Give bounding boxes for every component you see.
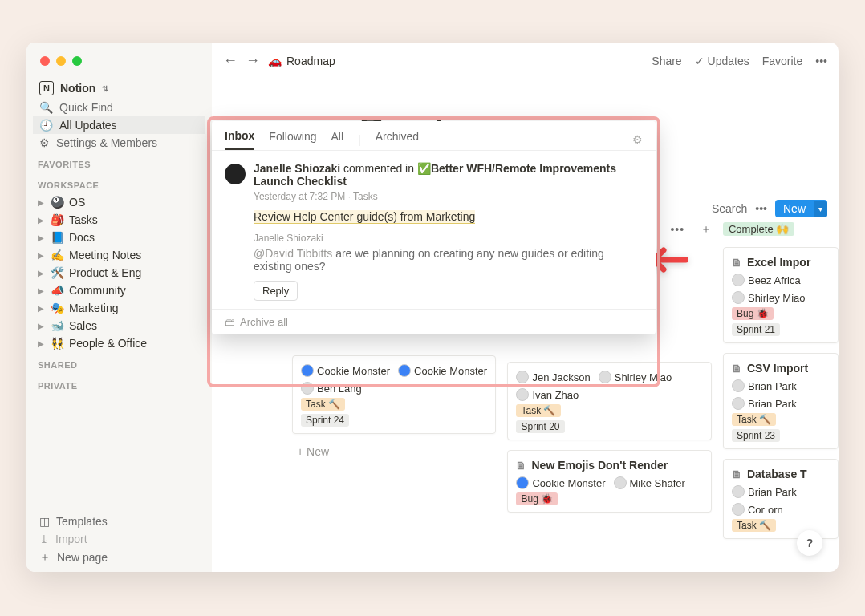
more-icon[interactable]: ••• <box>815 55 827 67</box>
caret-icon: ▶ <box>38 198 46 207</box>
page-emoji: ✍️ <box>51 249 64 261</box>
caret-icon: ▶ <box>38 216 46 225</box>
workspace-name: Notion <box>60 82 95 95</box>
section-private: PRIVATE <box>26 373 212 394</box>
db-search[interactable]: Search <box>712 202 747 215</box>
sidebar-page-meeting-notes[interactable]: ▶✍️Meeting Notes <box>26 246 212 264</box>
board-card[interactable]: Excel Impor Beez Africa Shirley Miao Bug… <box>723 247 839 343</box>
new-page-link[interactable]: ＋New page <box>33 548 205 567</box>
archive-all-label: Archive all <box>240 316 288 328</box>
section-shared: SHARED <box>26 352 212 373</box>
avatar-icon <box>732 274 745 286</box>
page-label: Docs <box>69 231 95 244</box>
sidebar-page-tasks[interactable]: ▶🎒Tasks <box>26 211 212 229</box>
close-window[interactable] <box>40 56 50 66</box>
sidebar-page-os[interactable]: ▶🎱OS <box>26 193 212 211</box>
nav-back[interactable]: ← <box>223 52 238 69</box>
page-emoji: 🛠️ <box>51 266 64 279</box>
assignee: Cookie Monster <box>532 477 605 489</box>
settings-members[interactable]: ⚙︎ Settings & Members <box>33 134 205 152</box>
db-more-icon[interactable]: ••• <box>755 202 767 215</box>
minimize-window[interactable] <box>56 56 66 66</box>
card-title: CSV Import <box>747 362 808 375</box>
page-emoji: 📣 <box>51 284 64 297</box>
quick-find[interactable]: 🔍 Quick Find <box>33 99 205 116</box>
tag: Task 🔨 <box>732 413 776 426</box>
notion-logo-icon: N <box>39 81 54 95</box>
share-button[interactable]: Share <box>652 55 681 67</box>
import-icon: ⤓ <box>39 533 49 545</box>
board-card[interactable]: New Emojis Don't Render Cookie Monster M… <box>507 450 711 513</box>
doc-icon <box>516 459 526 472</box>
notif-action: commented in <box>343 162 414 175</box>
caret-icon: ▶ <box>38 251 46 260</box>
sidebar-page-people-office[interactable]: ▶👯People & Office <box>26 334 212 352</box>
quick-find-label: Quick Find <box>59 101 113 114</box>
card-title: Database T <box>747 468 807 480</box>
notif-author: Janelle Shiozaki <box>254 162 340 175</box>
maximize-window[interactable] <box>72 56 82 66</box>
col-more-icon[interactable]: ••• <box>670 223 684 236</box>
board-col-3: Complete 🙌 Excel Impor Beez Africa Shirl… <box>723 222 839 539</box>
tag: Sprint 24 <box>301 414 349 427</box>
page-emoji: 📘 <box>51 231 64 244</box>
tab-all[interactable]: All <box>331 130 343 149</box>
chevron-down-icon[interactable]: ▾ <box>814 201 827 217</box>
updates-button[interactable]: ✓ Updates <box>695 55 749 67</box>
sidebar-page-marketing[interactable]: ▶🎭Marketing <box>26 299 212 317</box>
notif-link[interactable]: Review Help Center guide(s) from Marketi… <box>254 210 475 224</box>
favorite-button[interactable]: Favorite <box>762 55 803 67</box>
tab-following[interactable]: Following <box>269 130 316 149</box>
reply-button[interactable]: Reply <box>254 281 298 301</box>
notification-item[interactable]: Janelle Shiozaki commented in ✅Better WF… <box>212 151 656 309</box>
col-head-complete[interactable]: Complete 🙌 <box>723 222 839 236</box>
breadcrumb[interactable]: 🚗 Roadmap <box>268 55 335 67</box>
nav-forward[interactable]: → <box>246 52 260 69</box>
gear-icon[interactable]: ⚙︎ <box>632 133 643 146</box>
page-label: Product & Eng <box>69 266 141 279</box>
workspace-pages: ▶🎱OS ▶🎒Tasks ▶📘Docs ▶✍️Meeting Notes ▶🛠️… <box>26 193 212 352</box>
page-label: Marketing <box>69 302 118 314</box>
sidebar-page-community[interactable]: ▶📣Community <box>26 282 212 299</box>
avatar-icon <box>732 379 745 392</box>
sidebar-page-sales[interactable]: ▶🐋Sales <box>26 317 212 334</box>
crumb-emoji: 🚗 <box>268 55 282 67</box>
tag: Sprint 21 <box>732 323 780 336</box>
avatar-icon <box>732 291 745 304</box>
tab-separator: | <box>358 133 361 146</box>
sidebar-page-docs[interactable]: ▶📘Docs <box>26 229 212 246</box>
tab-inbox[interactable]: Inbox <box>225 129 254 150</box>
caret-icon: ▶ <box>38 269 46 278</box>
tab-archived[interactable]: Archived <box>376 130 419 149</box>
board-card[interactable]: Database T Brian Park Cororn Task 🔨 <box>723 459 839 539</box>
mention[interactable]: @David Tibbitts <box>254 247 332 260</box>
assignee: Brian Park <box>748 486 797 498</box>
caret-icon: ▶ <box>38 304 46 313</box>
section-favorites: FAVORITES <box>26 152 212 172</box>
board-card[interactable]: CSV Import Brian Park Brian Park Task 🔨 … <box>723 353 839 449</box>
avatar-icon <box>516 476 529 489</box>
doc-icon <box>732 256 742 269</box>
sidebar-page-product-eng[interactable]: ▶🛠️Product & Eng <box>26 264 212 282</box>
avatar-icon <box>516 388 529 401</box>
assignee: Beez Africa <box>748 274 801 286</box>
plus-icon[interactable]: ＋ <box>701 222 712 237</box>
workspace-switcher[interactable]: N Notion ⇅ <box>33 78 205 99</box>
db-new-button[interactable]: New ▾ <box>775 200 827 217</box>
tag: Task 🔨 <box>301 398 345 411</box>
tag: Bug 🐞 <box>732 307 774 320</box>
archive-all[interactable]: 🗃 Archive all <box>212 309 656 334</box>
page-label: People & Office <box>69 337 147 350</box>
import-link[interactable]: ⤓Import <box>33 530 205 548</box>
add-card[interactable]: + New <box>292 444 496 460</box>
page-emoji: 🎭 <box>51 302 64 314</box>
archive-icon: 🗃 <box>225 316 235 328</box>
templates-link[interactable]: ◫Templates <box>33 513 205 530</box>
page-label: Meeting Notes <box>69 249 141 261</box>
app-window: N Notion ⇅ 🔍 Quick Find 🕘 All Updates ⚙︎… <box>26 43 839 572</box>
caret-icon: ▶ <box>38 233 46 242</box>
tag: Bug 🐞 <box>516 492 558 505</box>
help-button[interactable]: ? <box>797 530 822 556</box>
all-updates[interactable]: 🕘 All Updates <box>33 116 205 134</box>
notif-from: Janelle Shiozaki <box>254 233 643 244</box>
